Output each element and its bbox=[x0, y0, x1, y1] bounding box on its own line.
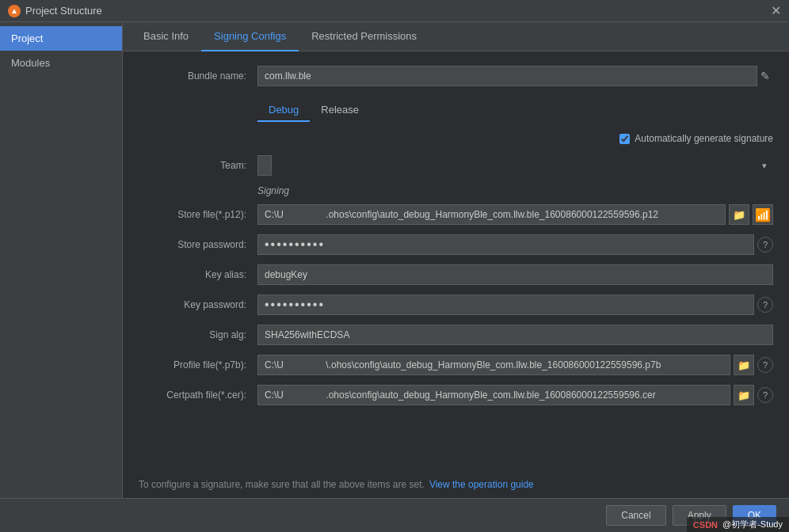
bundle-edit-button[interactable]: ✎ bbox=[757, 68, 773, 84]
auto-sign-row: Automatically generate signature bbox=[139, 133, 773, 144]
profile-file-input[interactable] bbox=[257, 355, 730, 375]
certpath-file-help-button[interactable]: ? bbox=[757, 387, 773, 403]
key-alias-row: Key alias: bbox=[139, 264, 773, 285]
sidebar-item-project[interactable]: Project bbox=[0, 26, 122, 51]
profile-file-label: Profile file(*.p7b): bbox=[139, 359, 257, 370]
store-password-label: Store password: bbox=[139, 239, 257, 250]
team-label: Team: bbox=[139, 160, 257, 171]
store-file-input[interactable] bbox=[257, 204, 726, 225]
title-bar: ▲ Project Structure ✕ bbox=[0, 0, 789, 22]
store-password-input[interactable] bbox=[257, 234, 754, 255]
sub-tab-debug[interactable]: Debug bbox=[257, 99, 310, 122]
team-select[interactable] bbox=[257, 155, 272, 176]
tab-basic-info[interactable]: Basic Info bbox=[131, 22, 201, 51]
key-alias-label: Key alias: bbox=[139, 269, 257, 280]
store-file-fingerprint-button[interactable]: 📶 bbox=[753, 204, 773, 225]
key-password-row: Key password: ? bbox=[139, 294, 773, 315]
store-file-label: Store file(*.p12): bbox=[139, 209, 257, 220]
tab-bar: Basic Info Signing Configs Restricted Pe… bbox=[123, 22, 789, 51]
auto-sign-checkbox[interactable] bbox=[619, 134, 630, 144]
key-alias-input[interactable] bbox=[257, 264, 773, 285]
store-file-folder-button[interactable]: 📁 bbox=[729, 204, 749, 225]
sidebar-item-modules[interactable]: Modules bbox=[0, 51, 122, 75]
sign-alg-label: Sign alg: bbox=[139, 329, 257, 340]
team-row: Team: bbox=[139, 155, 773, 176]
store-password-help-button[interactable]: ? bbox=[757, 237, 773, 253]
certpath-file-label: Certpath file(*.cer): bbox=[139, 390, 257, 401]
content-area: Basic Info Signing Configs Restricted Pe… bbox=[123, 22, 789, 498]
certpath-file-input[interactable] bbox=[257, 385, 730, 405]
cancel-button[interactable]: Cancel bbox=[606, 505, 665, 526]
profile-file-wrap: 📁 ? bbox=[257, 355, 773, 375]
bundle-label: Bundle name: bbox=[139, 70, 257, 82]
sign-alg-wrap bbox=[257, 325, 773, 345]
dialog-footer: Cancel Apply OK bbox=[0, 498, 789, 532]
key-password-help-button[interactable]: ? bbox=[757, 297, 773, 313]
certpath-file-wrap: 📁 ? bbox=[257, 385, 773, 405]
csdn-logo: CSDN bbox=[693, 520, 718, 530]
certpath-file-row: Certpath file(*.cer): 📁 ? bbox=[139, 385, 773, 405]
close-button[interactable]: ✕ bbox=[771, 5, 781, 17]
store-file-wrap: 📁 📶 bbox=[257, 204, 773, 225]
certpath-file-folder-button[interactable]: 📁 bbox=[734, 385, 754, 405]
profile-file-row: Profile file(*.p7b): 📁 ? bbox=[139, 355, 773, 375]
profile-file-help-button[interactable]: ? bbox=[757, 357, 773, 373]
footer-link[interactable]: View the operation guide bbox=[429, 479, 534, 490]
key-password-input[interactable] bbox=[257, 294, 754, 315]
bundle-name-row: Bundle name: ✎ bbox=[139, 66, 773, 86]
key-password-label: Key password: bbox=[139, 299, 257, 310]
tab-restricted-permissions[interactable]: Restricted Permissions bbox=[299, 22, 429, 51]
app-icon: ▲ bbox=[8, 5, 21, 17]
watermark-text: @初学者-Study bbox=[722, 519, 783, 530]
main-panel: Bundle name: ✎ Debug Release Autom bbox=[123, 51, 789, 471]
auto-sign-label: Automatically generate signature bbox=[635, 133, 773, 144]
footer-info: To configure a signature, make sure that… bbox=[123, 471, 789, 498]
team-select-wrap bbox=[257, 155, 773, 176]
signing-section-label: Signing bbox=[257, 185, 773, 196]
store-file-row: Store file(*.p12): 📁 📶 bbox=[139, 204, 773, 225]
store-password-row: Store password: ? bbox=[139, 234, 773, 255]
bundle-name-input[interactable] bbox=[257, 66, 757, 86]
tab-signing-configs[interactable]: Signing Configs bbox=[201, 22, 299, 51]
dialog-body: Project Modules Basic Info Signing Confi… bbox=[0, 22, 789, 498]
sub-tab-release[interactable]: Release bbox=[310, 99, 370, 122]
key-alias-wrap bbox=[257, 264, 773, 285]
profile-file-folder-button[interactable]: 📁 bbox=[734, 355, 754, 375]
store-password-wrap: ? bbox=[257, 234, 773, 255]
sidebar: Project Modules bbox=[0, 22, 123, 498]
footer-text: To configure a signature, make sure that… bbox=[139, 479, 425, 490]
sign-alg-input[interactable] bbox=[257, 325, 773, 345]
team-input-wrap bbox=[257, 155, 773, 176]
watermark-bar: CSDN @初学者-Study bbox=[687, 517, 789, 532]
dialog: Project Modules Basic Info Signing Confi… bbox=[0, 22, 789, 532]
sign-alg-row: Sign alg: bbox=[139, 325, 773, 345]
dialog-title: Project Structure bbox=[25, 5, 102, 17]
sub-tab-bar: Debug Release bbox=[257, 99, 773, 122]
key-password-wrap: ? bbox=[257, 294, 773, 315]
